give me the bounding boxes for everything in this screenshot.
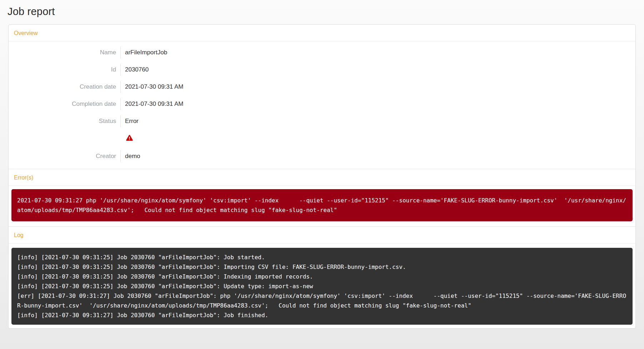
field-label: Creation date	[9, 81, 121, 93]
job-report-panel: Overview NamearFileImportJobId2030760Cre…	[8, 24, 636, 329]
field-value: arFileImportJob	[121, 46, 184, 59]
error-console-box: 2021-07-30 09:31:27 php '/usr/share/ngin…	[11, 189, 633, 221]
field-value: 2030760	[121, 64, 184, 76]
log-section-header: Log	[9, 227, 635, 244]
log-console-box: [info] [2021-07-30 09:31:25] Job 2030760…	[11, 248, 633, 325]
error-message-list: 2021-07-30 09:31:27 php '/usr/share/ngin…	[9, 189, 635, 221]
overview-table: NamearFileImportJobId2030760Creation dat…	[9, 41, 184, 167]
overview-row	[9, 132, 184, 145]
overview-row: NamearFileImportJob	[9, 46, 184, 59]
overview-section: Overview NamearFileImportJobId2030760Cre…	[9, 25, 635, 167]
overview-row: Id2030760	[9, 64, 184, 76]
overview-row: Creation date2021-07-30 09:31 AM	[9, 81, 184, 93]
overview-section-header: Overview	[9, 25, 635, 41]
warning-icon	[126, 135, 133, 141]
field-label: Name	[9, 46, 121, 59]
field-value: 2021-07-30 09:31 AM	[121, 98, 184, 110]
page-title: Job report	[0, 0, 644, 18]
error-message-text: 2021-07-30 09:31:27 php '/usr/share/ngin…	[17, 196, 627, 215]
overview-row: Completion date2021-07-30 09:31 AM	[9, 98, 184, 110]
errors-section-header: Error(s)	[9, 169, 635, 186]
field-value: demo	[121, 150, 184, 162]
field-value: Error	[121, 115, 184, 127]
field-value: 2021-07-30 09:31 AM	[121, 81, 184, 93]
log-section: Log [info] [2021-07-30 09:31:25] Job 203…	[9, 226, 635, 325]
errors-section: Error(s) 2021-07-30 09:31:27 php '/usr/s…	[9, 169, 635, 221]
field-label: Creator	[9, 150, 121, 162]
field-label: Completion date	[9, 98, 121, 110]
overview-table-body: NamearFileImportJobId2030760Creation dat…	[9, 46, 184, 162]
field-label: Id	[9, 64, 121, 76]
field-label: Status	[9, 115, 121, 127]
log-output: [info] [2021-07-30 09:31:25] Job 2030760…	[17, 252, 627, 320]
overview-row: Creatordemo	[9, 150, 184, 162]
overview-row: StatusError	[9, 115, 184, 127]
field-label	[9, 132, 121, 145]
field-value	[121, 132, 184, 145]
